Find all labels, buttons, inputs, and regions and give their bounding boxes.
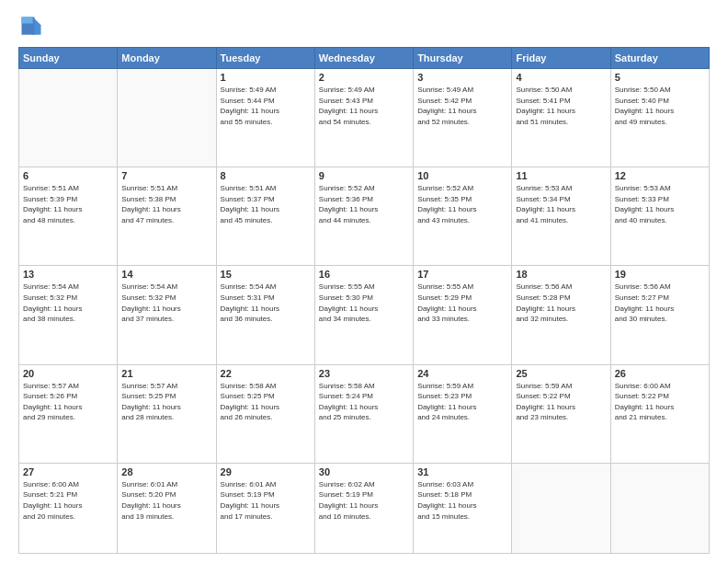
- weekday-header-saturday: Saturday: [610, 48, 709, 69]
- calendar-cell: 13Sunrise: 5:54 AM Sunset: 5:32 PM Dayli…: [19, 266, 118, 364]
- calendar-cell: 16Sunrise: 5:55 AM Sunset: 5:30 PM Dayli…: [314, 266, 413, 364]
- day-number: 5: [615, 72, 705, 83]
- calendar-cell: 25Sunrise: 5:59 AM Sunset: 5:22 PM Dayli…: [512, 364, 610, 463]
- day-number: 12: [615, 170, 705, 181]
- calendar-cell: 10Sunrise: 5:52 AM Sunset: 5:35 PM Dayli…: [414, 167, 512, 266]
- day-number: 10: [417, 170, 507, 181]
- day-info: Sunrise: 6:01 AM Sunset: 5:19 PM Dayligh…: [221, 479, 311, 522]
- calendar-cell: 30Sunrise: 6:02 AM Sunset: 5:19 PM Dayli…: [314, 463, 413, 553]
- day-number: 9: [319, 170, 409, 181]
- calendar-cell: 14Sunrise: 5:54 AM Sunset: 5:32 PM Dayli…: [118, 266, 216, 364]
- day-info: Sunrise: 6:00 AM Sunset: 5:22 PM Dayligh…: [615, 381, 705, 423]
- calendar-cell: 28Sunrise: 6:01 AM Sunset: 5:20 PM Dayli…: [118, 463, 216, 553]
- day-info: Sunrise: 5:49 AM Sunset: 5:42 PM Dayligh…: [417, 85, 507, 127]
- calendar-cell: 18Sunrise: 5:56 AM Sunset: 5:28 PM Dayli…: [512, 266, 610, 364]
- calendar-cell: 9Sunrise: 5:52 AM Sunset: 5:36 PM Daylig…: [314, 167, 413, 266]
- day-info: Sunrise: 5:57 AM Sunset: 5:25 PM Dayligh…: [121, 381, 211, 423]
- day-info: Sunrise: 5:56 AM Sunset: 5:28 PM Dayligh…: [516, 282, 606, 324]
- day-info: Sunrise: 5:56 AM Sunset: 5:27 PM Dayligh…: [615, 282, 705, 324]
- weekday-header-monday: Monday: [118, 48, 216, 69]
- calendar-cell: 27Sunrise: 6:00 AM Sunset: 5:21 PM Dayli…: [19, 463, 118, 553]
- calendar-cell: 3Sunrise: 5:49 AM Sunset: 5:42 PM Daylig…: [414, 69, 512, 167]
- day-info: Sunrise: 5:53 AM Sunset: 5:34 PM Dayligh…: [516, 183, 606, 225]
- day-info: Sunrise: 5:53 AM Sunset: 5:33 PM Dayligh…: [615, 183, 705, 225]
- week-row-4: 20Sunrise: 5:57 AM Sunset: 5:26 PM Dayli…: [19, 364, 710, 463]
- day-info: Sunrise: 5:58 AM Sunset: 5:24 PM Dayligh…: [319, 381, 409, 423]
- day-number: 21: [121, 368, 211, 379]
- weekday-header-friday: Friday: [512, 48, 610, 69]
- calendar-cell: 5Sunrise: 5:50 AM Sunset: 5:40 PM Daylig…: [610, 69, 709, 167]
- header: [18, 14, 710, 40]
- day-number: 16: [319, 269, 409, 280]
- calendar-cell: [610, 463, 709, 553]
- calendar-cell: 4Sunrise: 5:50 AM Sunset: 5:41 PM Daylig…: [512, 69, 610, 167]
- calendar-cell: 8Sunrise: 5:51 AM Sunset: 5:37 PM Daylig…: [216, 167, 314, 266]
- day-number: 13: [23, 269, 113, 280]
- day-number: 6: [23, 170, 113, 181]
- day-number: 15: [221, 269, 311, 280]
- day-number: 30: [319, 466, 409, 477]
- day-number: 27: [23, 466, 113, 477]
- calendar-cell: 26Sunrise: 6:00 AM Sunset: 5:22 PM Dayli…: [610, 364, 709, 463]
- calendar-cell: 31Sunrise: 6:03 AM Sunset: 5:18 PM Dayli…: [414, 463, 512, 553]
- page: SundayMondayTuesdayWednesdayThursdayFrid…: [0, 0, 728, 563]
- week-row-5: 27Sunrise: 6:00 AM Sunset: 5:21 PM Dayli…: [19, 463, 710, 553]
- weekday-header-sunday: Sunday: [19, 48, 118, 69]
- day-info: Sunrise: 5:55 AM Sunset: 5:29 PM Dayligh…: [417, 282, 507, 324]
- svg-rect-3: [22, 17, 33, 24]
- calendar-cell: 29Sunrise: 6:01 AM Sunset: 5:19 PM Dayli…: [216, 463, 314, 553]
- day-info: Sunrise: 5:52 AM Sunset: 5:36 PM Dayligh…: [319, 183, 409, 225]
- day-number: 26: [615, 368, 705, 379]
- day-info: Sunrise: 5:51 AM Sunset: 5:37 PM Dayligh…: [221, 183, 311, 225]
- week-row-1: 1Sunrise: 5:49 AM Sunset: 5:44 PM Daylig…: [19, 69, 710, 167]
- day-info: Sunrise: 6:02 AM Sunset: 5:19 PM Dayligh…: [319, 479, 409, 522]
- day-number: 22: [221, 368, 311, 379]
- calendar-cell: [118, 69, 216, 167]
- weekday-header-row: SundayMondayTuesdayWednesdayThursdayFrid…: [19, 48, 710, 69]
- day-number: 18: [516, 269, 606, 280]
- calendar-cell: [19, 69, 118, 167]
- calendar-cell: 20Sunrise: 5:57 AM Sunset: 5:26 PM Dayli…: [19, 364, 118, 463]
- calendar-cell: 12Sunrise: 5:53 AM Sunset: 5:33 PM Dayli…: [610, 167, 709, 266]
- day-number: 23: [319, 368, 409, 379]
- calendar-cell: 15Sunrise: 5:54 AM Sunset: 5:31 PM Dayli…: [216, 266, 314, 364]
- day-number: 1: [221, 72, 311, 83]
- calendar-cell: 6Sunrise: 5:51 AM Sunset: 5:39 PM Daylig…: [19, 167, 118, 266]
- day-number: 25: [516, 368, 606, 379]
- calendar-cell: 19Sunrise: 5:56 AM Sunset: 5:27 PM Dayli…: [610, 266, 709, 364]
- day-info: Sunrise: 6:00 AM Sunset: 5:21 PM Dayligh…: [23, 479, 113, 522]
- calendar-cell: 21Sunrise: 5:57 AM Sunset: 5:25 PM Dayli…: [118, 364, 216, 463]
- calendar-cell: 11Sunrise: 5:53 AM Sunset: 5:34 PM Dayli…: [512, 167, 610, 266]
- logo-icon: [18, 14, 44, 40]
- day-info: Sunrise: 5:51 AM Sunset: 5:38 PM Dayligh…: [121, 183, 211, 225]
- calendar-cell: 22Sunrise: 5:58 AM Sunset: 5:25 PM Dayli…: [216, 364, 314, 463]
- day-number: 31: [417, 466, 507, 477]
- weekday-header-thursday: Thursday: [414, 48, 512, 69]
- day-info: Sunrise: 5:58 AM Sunset: 5:25 PM Dayligh…: [221, 381, 311, 423]
- day-info: Sunrise: 5:52 AM Sunset: 5:35 PM Dayligh…: [417, 183, 507, 225]
- day-number: 3: [417, 72, 507, 83]
- day-number: 17: [417, 269, 507, 280]
- calendar-cell: 17Sunrise: 5:55 AM Sunset: 5:29 PM Dayli…: [414, 266, 512, 364]
- calendar-cell: 24Sunrise: 5:59 AM Sunset: 5:23 PM Dayli…: [414, 364, 512, 463]
- weekday-header-tuesday: Tuesday: [216, 48, 314, 69]
- day-info: Sunrise: 5:50 AM Sunset: 5:41 PM Dayligh…: [516, 85, 606, 127]
- day-info: Sunrise: 5:54 AM Sunset: 5:31 PM Dayligh…: [221, 282, 311, 324]
- day-number: 4: [516, 72, 606, 83]
- day-number: 14: [121, 269, 211, 280]
- day-info: Sunrise: 5:49 AM Sunset: 5:44 PM Dayligh…: [221, 85, 311, 127]
- day-info: Sunrise: 5:54 AM Sunset: 5:32 PM Dayligh…: [23, 282, 113, 324]
- day-info: Sunrise: 6:01 AM Sunset: 5:20 PM Dayligh…: [121, 479, 211, 522]
- day-number: 2: [319, 72, 409, 83]
- day-number: 20: [23, 368, 113, 379]
- day-info: Sunrise: 5:50 AM Sunset: 5:40 PM Dayligh…: [615, 85, 705, 127]
- day-info: Sunrise: 5:51 AM Sunset: 5:39 PM Dayligh…: [23, 183, 113, 225]
- day-info: Sunrise: 5:55 AM Sunset: 5:30 PM Dayligh…: [319, 282, 409, 324]
- week-row-3: 13Sunrise: 5:54 AM Sunset: 5:32 PM Dayli…: [19, 266, 710, 364]
- day-info: Sunrise: 5:59 AM Sunset: 5:23 PM Dayligh…: [417, 381, 507, 423]
- day-number: 28: [121, 466, 211, 477]
- day-info: Sunrise: 6:03 AM Sunset: 5:18 PM Dayligh…: [417, 479, 507, 522]
- day-number: 11: [516, 170, 606, 181]
- day-number: 19: [615, 269, 705, 280]
- calendar-cell: [512, 463, 610, 553]
